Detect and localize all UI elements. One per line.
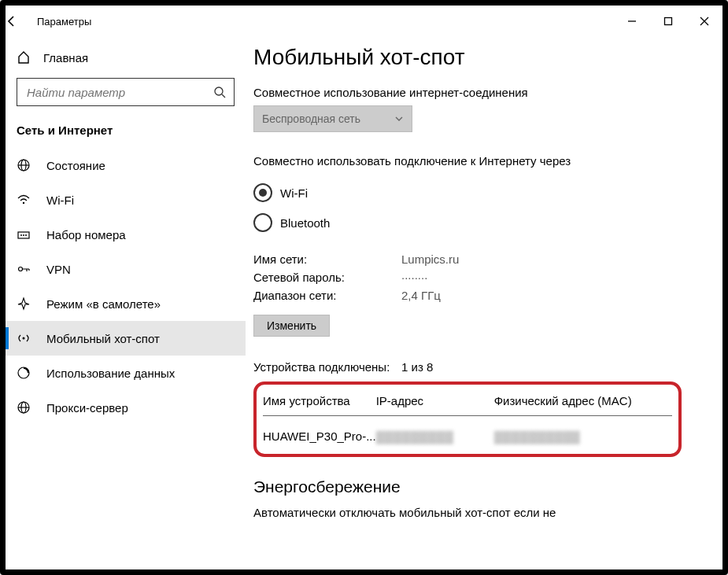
maximize-button[interactable]	[650, 6, 686, 37]
radio-circle-icon	[253, 183, 272, 202]
sidebar-item-proxy[interactable]: Прокси-сервер	[6, 390, 246, 425]
sidebar-home-label: Главная	[43, 51, 88, 65]
power-saving-text: Автоматически отключать мобильный хот-сп…	[253, 506, 704, 519]
band-label: Диапазон сети:	[253, 289, 401, 302]
data-usage-icon	[17, 366, 32, 380]
chevron-down-icon	[394, 114, 404, 123]
share-connection-label: Совместное использование интернет-соедин…	[253, 86, 704, 99]
svg-point-11	[20, 234, 22, 236]
sidebar-item-status[interactable]: Состояние	[6, 148, 246, 182]
sidebar-item-label: Набор номера	[46, 228, 126, 241]
dialup-icon	[17, 227, 32, 241]
cell-mac: ▓▓▓▓▓▓▓▓▓▓	[494, 417, 672, 446]
share-over-label: Совместно использовать подключение к Инт…	[253, 154, 704, 168]
col-device-name: Имя устройства	[263, 389, 376, 416]
devices-connected-count: 1 из 8	[401, 360, 433, 374]
close-button[interactable]	[686, 6, 722, 37]
window-title: Параметры	[37, 16, 91, 28]
edit-button[interactable]: Изменить	[253, 315, 330, 337]
sidebar-item-label: VPN	[46, 263, 71, 276]
sidebar-category: Сеть и Интернет	[6, 117, 246, 148]
sidebar-item-label: Прокси-сервер	[46, 401, 128, 415]
band-value: 2,4 ГГц	[401, 289, 441, 302]
sidebar-home[interactable]: Главная	[6, 42, 246, 73]
net-pass-value: ········	[401, 271, 427, 284]
svg-point-4	[215, 87, 223, 95]
svg-point-14	[19, 267, 23, 271]
table-row: HUAWEI_P30_Pro-... ▓▓▓▓▓▓▓▓▓ ▓▓▓▓▓▓▓▓▓▓	[263, 417, 672, 446]
radio-wifi-label: Wi-Fi	[280, 186, 308, 200]
sidebar-item-hotspot[interactable]: Мобильный хот-спот	[6, 321, 246, 356]
devices-connected-label: Устройства подключены:	[253, 360, 401, 374]
svg-point-12	[23, 234, 24, 236]
share-connection-dropdown[interactable]: Беспроводная сеть	[253, 105, 412, 132]
net-pass-label: Сетевой пароль:	[253, 271, 401, 284]
search-input[interactable]	[17, 78, 235, 106]
search-icon	[213, 86, 226, 98]
sidebar-item-vpn[interactable]: VPN	[6, 252, 246, 286]
sidebar-item-datausage[interactable]: Использование данных	[6, 356, 246, 390]
content-panel: Мобильный хот-спот Совместное использова…	[246, 37, 722, 569]
sidebar-item-label: Режим «в самолете»	[46, 297, 161, 311]
radio-wifi[interactable]: Wi-Fi	[253, 183, 704, 202]
sidebar-item-wifi[interactable]: Wi-Fi	[6, 182, 246, 217]
sidebar-item-label: Wi-Fi	[46, 194, 74, 207]
col-ip: IP-адрес	[376, 389, 494, 416]
net-name-label: Имя сети:	[253, 252, 401, 266]
airplane-icon	[17, 297, 32, 311]
sidebar-item-airplane[interactable]: Режим «в самолете»	[6, 286, 246, 321]
sidebar: Главная Сеть и Интернет Состояние	[6, 37, 246, 569]
minimize-button[interactable]	[614, 6, 650, 37]
col-mac: Физический адрес (MAC)	[494, 389, 672, 416]
sidebar-item-label: Использование данных	[46, 367, 175, 380]
search-field[interactable]	[25, 85, 213, 100]
cell-ip: ▓▓▓▓▓▓▓▓▓	[376, 417, 494, 446]
globe-icon	[17, 158, 32, 172]
devices-table: Имя устройства IP-адрес Физический адрес…	[263, 389, 672, 446]
svg-rect-1	[665, 18, 672, 25]
cell-device-name: HUAWEI_P30_Pro-...	[263, 417, 376, 446]
power-saving-title: Энергосбережение	[253, 477, 704, 496]
sidebar-item-label: Мобильный хот-спот	[46, 332, 160, 345]
dropdown-value: Беспроводная сеть	[262, 112, 360, 125]
devices-highlight-box: Имя устройства IP-адрес Физический адрес…	[253, 381, 682, 457]
svg-point-9	[23, 202, 24, 204]
sidebar-item-dialup[interactable]: Набор номера	[6, 217, 246, 252]
svg-point-13	[25, 234, 27, 236]
back-button[interactable]	[6, 15, 37, 28]
sidebar-item-label: Состояние	[46, 159, 105, 172]
page-title: Мобильный хот-спот	[253, 45, 704, 70]
svg-line-5	[222, 94, 225, 98]
net-name-value: Lumpics.ru	[401, 252, 459, 266]
title-bar: Параметры	[6, 6, 722, 37]
radio-circle-icon	[253, 213, 272, 232]
svg-point-15	[23, 337, 25, 340]
home-icon	[17, 50, 32, 65]
hotspot-icon	[17, 331, 32, 345]
vpn-icon	[17, 262, 32, 276]
proxy-icon	[17, 400, 32, 415]
radio-bluetooth[interactable]: Bluetooth	[253, 213, 704, 232]
radio-bt-label: Bluetooth	[280, 216, 330, 230]
wifi-icon	[17, 193, 32, 207]
